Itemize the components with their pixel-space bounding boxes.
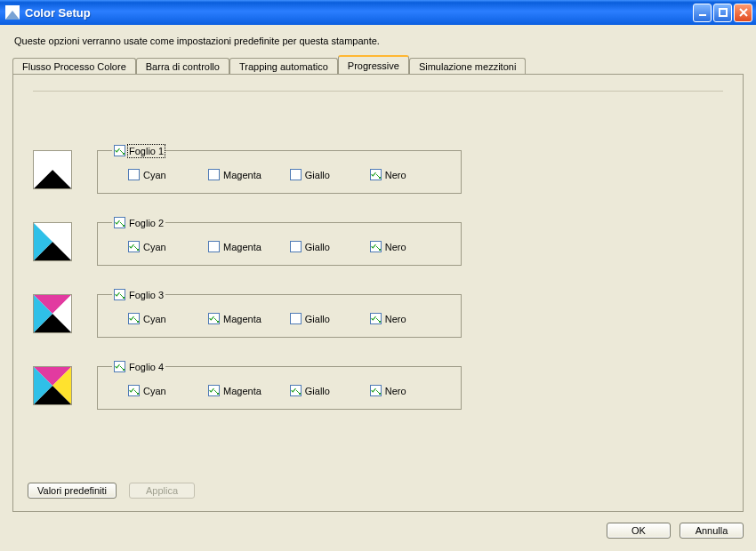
cancel-button[interactable]: Annulla [680, 523, 744, 539]
sheet-legend-1[interactable]: Foglio 1 [112, 145, 165, 156]
tab-panel-progressive: Foglio 1CyanMagentaGialloNeroFoglio 2Cya… [12, 74, 744, 512]
maximize-button[interactable] [713, 4, 732, 22]
description-text: Queste opzioni verranno usate come impos… [14, 36, 742, 46]
sheet-row-4: Foglio 4CyanMagentaGialloNero [33, 361, 723, 410]
sheet-fieldset-2: Foglio 2CyanMagentaGialloNero [97, 217, 462, 266]
sheet-legend-3[interactable]: Foglio 3 [112, 289, 165, 300]
sheet-fieldset-3: Foglio 3CyanMagentaGialloNero [97, 289, 462, 338]
magenta-checkbox-4[interactable]: Magenta [208, 385, 261, 396]
svg-rect-3 [720, 9, 727, 16]
app-icon [5, 5, 20, 20]
yellow-checkbox-1[interactable]: Giallo [290, 169, 342, 180]
tab-strip: Flusso Processo ColoreBarra di controllo… [12, 55, 744, 74]
black-checkbox-4[interactable]: Nero [370, 385, 422, 396]
sheet-fieldset-1: Foglio 1CyanMagentaGialloNero [97, 145, 462, 194]
black-checkbox-1[interactable]: Nero [370, 169, 422, 180]
black-checkbox-2[interactable]: Nero [370, 241, 422, 252]
black-checkbox-3[interactable]: Nero [370, 313, 422, 324]
magenta-checkbox-2[interactable]: Magenta [208, 241, 261, 252]
sheet-icon-2 [33, 222, 72, 261]
title-bar: Color Setup [0, 0, 756, 25]
cyan-checkbox-1[interactable]: Cyan [128, 169, 180, 180]
sheet-legend-4[interactable]: Foglio 4 [112, 361, 165, 372]
ok-button[interactable]: OK [607, 523, 671, 539]
defaults-button[interactable]: Valori predefiniti [28, 483, 117, 499]
sheet-row-1: Foglio 1CyanMagentaGialloNero [33, 145, 723, 194]
minimize-button[interactable] [693, 4, 712, 22]
magenta-checkbox-1[interactable]: Magenta [208, 169, 261, 180]
svg-rect-2 [699, 14, 706, 16]
tab-simulazione-mezzitoni[interactable]: Simulazione mezzitoni [409, 58, 526, 75]
tab-barra-di-controllo[interactable]: Barra di controllo [136, 58, 229, 75]
tab-flusso-processo-colore[interactable]: Flusso Processo Colore [12, 58, 136, 75]
sheet-icon-1 [33, 150, 72, 189]
apply-button: Applica [129, 483, 195, 499]
cyan-checkbox-4[interactable]: Cyan [128, 385, 180, 396]
sheet-fieldset-4: Foglio 4CyanMagentaGialloNero [97, 361, 462, 410]
window-title: Color Setup [25, 6, 91, 20]
cyan-checkbox-2[interactable]: Cyan [128, 241, 180, 252]
magenta-checkbox-3[interactable]: Magenta [208, 313, 261, 324]
yellow-checkbox-4[interactable]: Giallo [290, 385, 342, 396]
cyan-checkbox-3[interactable]: Cyan [128, 313, 180, 324]
close-button[interactable] [734, 4, 752, 22]
sheet-icon-3 [33, 294, 72, 333]
sheet-icon-4 [33, 366, 72, 405]
sheet-row-2: Foglio 2CyanMagentaGialloNero [33, 217, 723, 266]
sheet-row-3: Foglio 3CyanMagentaGialloNero [33, 289, 723, 338]
tab-trapping-automatico[interactable]: Trapping automatico [229, 58, 338, 75]
yellow-checkbox-3[interactable]: Giallo [290, 313, 342, 324]
tab-progressive[interactable]: Progressive [338, 55, 409, 74]
sheet-legend-2[interactable]: Foglio 2 [112, 217, 165, 228]
yellow-checkbox-2[interactable]: Giallo [290, 241, 342, 252]
